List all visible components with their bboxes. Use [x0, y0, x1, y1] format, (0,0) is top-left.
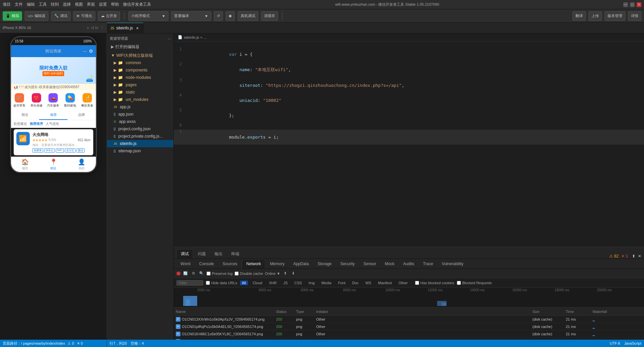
menu-item-interface[interactable]: 界面 [87, 2, 95, 7]
detail-button[interactable]: 详情 [628, 11, 641, 21]
col-name[interactable]: Name [174, 310, 274, 314]
translate-button[interactable]: 翻译 [572, 11, 586, 21]
header-dots-icon[interactable]: ··· [83, 48, 87, 54]
menu-item-tools[interactable]: 工具 [39, 2, 47, 7]
devtools-expand-icon[interactable]: ⬆ [632, 254, 635, 258]
inner-tab-mock[interactable]: Mock [381, 259, 399, 269]
disable-cache-checkbox[interactable] [235, 272, 239, 276]
menu-item-select[interactable]: 选择 [63, 2, 71, 7]
chip-xhr[interactable]: XHR [267, 281, 279, 285]
record-button[interactable] [176, 272, 180, 276]
preview-button[interactable]: ◉ [226, 11, 235, 21]
net-row-0[interactable]: P O1CN013XXrWn1o5k0ApXzJV_!!2064565174.p… [174, 316, 644, 323]
nav-profile[interactable]: 👤 我的 [68, 158, 96, 171]
download-har-icon[interactable]: ⬇ [290, 271, 296, 277]
inner-tab-wxml[interactable]: Wxml [176, 259, 195, 269]
col-time[interactable]: Time [564, 310, 591, 314]
menu-item-view[interactable]: 视图 [75, 2, 83, 7]
network-filter-input[interactable] [176, 280, 203, 286]
upload-button[interactable]: 上传 [589, 11, 602, 21]
blocked-cookies-checkbox[interactable] [415, 281, 419, 285]
inner-tab-security[interactable]: Security [336, 259, 359, 269]
inner-tab-appdata[interactable]: AppData [289, 259, 313, 269]
filter-icon[interactable]: ⚙ [190, 271, 197, 277]
cloud-button[interactable]: ☁ 云开发 [98, 11, 120, 21]
phone-tab-brand[interactable]: 品牌 [68, 113, 96, 120]
nav-nearby[interactable]: 📍 附近 [39, 158, 68, 171]
filter-recommend[interactable]: 推荐排序 [30, 122, 43, 126]
chip-doc[interactable]: Doc [350, 281, 361, 285]
tree-components[interactable]: ▶ 📁 components [107, 66, 173, 74]
tree-appwxss[interactable]: ⊞ app.wxss [107, 118, 173, 125]
online-select[interactable]: Online ▼ [265, 272, 280, 276]
filter-popular[interactable]: 人气优先 [46, 122, 59, 126]
phone-forward-icon[interactable]: ▷ [96, 25, 98, 30]
tree-project-private[interactable]: {} project.private.config.js... [107, 133, 173, 140]
editor-button[interactable]: </> 编辑器 [25, 11, 48, 21]
chip-other[interactable]: Other [397, 281, 410, 285]
tree-siteinfo[interactable]: JS siteinfo.js [107, 140, 173, 147]
devtools-close-icon[interactable]: ✕ [638, 254, 641, 258]
tree-sitemap[interactable]: {} sitemap.json [107, 147, 173, 155]
version-button[interactable]: 版本管理 [605, 11, 625, 21]
phone-more-icon[interactable]: ⋮ [100, 25, 104, 30]
file-tab-close[interactable]: ✕ [135, 26, 140, 30]
tree-pages[interactable]: ▶ 📁 pages [107, 81, 173, 89]
shop-item[interactable]: 📶 火虫网络 ★★★★★ 5.0分 452.4km 地址：甘肃省天水市秦州区藉水… [14, 129, 93, 155]
cat-item-0[interactable]: 🛒 超市零售 [11, 93, 28, 108]
col-status[interactable]: Status [274, 310, 294, 314]
cat-item-2[interactable]: 🚗 汽车服务 [45, 93, 62, 108]
chip-cloud[interactable]: Cloud [251, 281, 264, 285]
refresh-button[interactable]: ↺ [214, 11, 223, 21]
tree-more-icon[interactable]: ··· [168, 37, 171, 41]
tree-appjs[interactable]: JS app.js [107, 103, 173, 111]
clear-cache-button[interactable]: 清缓存 [261, 11, 278, 21]
menu-item-goto[interactable]: 转到 [51, 2, 59, 7]
col-waterfall[interactable]: Waterfall [591, 310, 644, 314]
compile-select[interactable]: 普通编译 ▼ [171, 11, 211, 21]
cat-item-4[interactable]: 🍴 餐饮美食 [79, 93, 96, 108]
chip-css[interactable]: CSS [292, 281, 304, 285]
tree-appjson[interactable]: {} app.json [107, 111, 173, 118]
chip-font[interactable]: Font [336, 281, 348, 285]
chip-img[interactable]: Img [306, 281, 316, 285]
menu-item-wechat[interactable]: 微信开发者工具 [123, 2, 151, 7]
menu-item-help[interactable]: 帮助 [111, 2, 119, 7]
tree-static[interactable]: ▶ 📁 static [107, 89, 173, 96]
menu-item-edit[interactable]: 编辑 [27, 2, 35, 7]
phone-tab-nearby[interactable]: 附近 [11, 113, 39, 120]
file-tab-siteinfo[interactable]: JS siteinfo.js ✕ [107, 23, 143, 33]
filter-distance[interactable]: 距您最近 [14, 122, 27, 126]
close-button[interactable]: ✕ [637, 2, 641, 7]
minimize-button[interactable]: ─ [623, 2, 628, 7]
tree-node-modules[interactable]: ▶ 📁 node-modules [107, 74, 173, 81]
inner-tab-console[interactable]: Console [195, 259, 218, 269]
code-editor[interactable]: 1 var i = { 2 name: "本地互联wifi", [174, 41, 644, 247]
dt-tab-issues[interactable]: 问题 [194, 249, 210, 258]
dt-tab-debug[interactable]: 调试 [176, 249, 193, 258]
tree-project-config[interactable]: {} project.config.json [107, 125, 173, 133]
maximize-button[interactable]: □ [630, 2, 635, 7]
tree-uni-modules[interactable]: ▶ 📁 uni_modules [107, 96, 173, 103]
nav-home[interactable]: 🏠 微页 [11, 158, 39, 171]
header-settings-icon[interactable]: ⚙ [89, 48, 93, 54]
col-initiator[interactable]: Initiator [314, 310, 530, 314]
inner-tab-storage[interactable]: Storage [313, 259, 336, 269]
menu-item-settings[interactable]: 设置 [99, 2, 107, 7]
col-size[interactable]: Size [530, 310, 564, 314]
net-row-1[interactable]: P O1CN01plRqPs1o5k0A4ELS0_!!2064565174.p… [174, 323, 644, 330]
debug-button[interactable]: 🔧 调试 [51, 11, 71, 21]
chip-ws[interactable]: WS [363, 281, 373, 285]
col-type[interactable]: Type [294, 310, 314, 314]
cat-item-3[interactable]: 💊 数码家电 [62, 93, 79, 108]
phone-back-icon[interactable]: ◁ [91, 25, 94, 30]
inner-tab-network[interactable]: Network [242, 259, 265, 269]
reload-icon[interactable]: 🔄 [182, 271, 188, 277]
hide-data-urls-checkbox[interactable] [206, 281, 210, 285]
inner-tab-audits[interactable]: Audits [399, 259, 418, 269]
phone-home-icon[interactable]: ⌂ [87, 25, 89, 30]
tree-project-root[interactable]: ▼ WIFI大师独立版前端 [107, 52, 173, 59]
blocked-requests-checkbox[interactable] [457, 281, 461, 285]
simulate-button[interactable]: 📱 模拟 [3, 11, 22, 21]
cat-item-1[interactable]: ❤️ 养生保健 [28, 93, 45, 108]
